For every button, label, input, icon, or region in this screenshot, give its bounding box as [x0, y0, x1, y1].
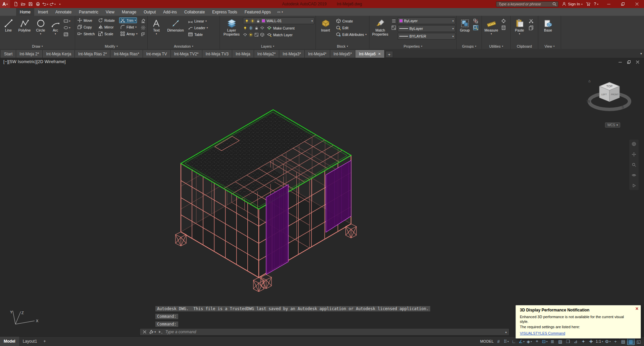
- dynamic-ucs-toggle[interactable]: ⊿: [572, 338, 579, 345]
- match-properties-button[interactable]: Match Properties: [370, 17, 390, 43]
- polar-tracking-toggle[interactable]: ∠▾: [518, 338, 525, 345]
- clean-screen-button[interactable]: ◱: [635, 338, 642, 345]
- file-tab-int-meja3-[interactable]: Int-Meja3*: [279, 50, 305, 58]
- linear-dimension-button[interactable]: Linear▾: [187, 18, 209, 24]
- ortho-mode-toggle[interactable]: ∟: [510, 338, 517, 345]
- expand-command-history-icon[interactable]: ▴: [505, 330, 507, 334]
- new-button[interactable]: [12, 1, 19, 7]
- edit-block-button[interactable]: Edit: [335, 25, 367, 31]
- compass-west-label[interactable]: W: [587, 99, 590, 103]
- ribbon-tab-annotate[interactable]: Annotate: [52, 8, 75, 16]
- properties-panel-title[interactable]: Properties▾: [369, 43, 456, 49]
- viewcube[interactable]: W S ⌂ TOP LEFT FRONT: [584, 72, 635, 112]
- command-line[interactable]: ▾ ▴: [140, 328, 509, 336]
- notification-close-icon[interactable]: ✕: [635, 306, 639, 311]
- door-panel[interactable]: [266, 185, 288, 275]
- id-point-button[interactable]: [501, 18, 506, 23]
- orbit-icon[interactable]: [632, 173, 636, 178]
- file-tab-int-meja-tv3[interactable]: Int-Meja TV3: [202, 50, 232, 58]
- app-store-icon[interactable]: [586, 2, 591, 6]
- cabinet-wireframe[interactable]: [176, 110, 356, 292]
- grid-display-toggle[interactable]: #: [495, 338, 502, 345]
- restore-drawing-icon[interactable]: [627, 60, 631, 64]
- viewcube-cube[interactable]: TOP LEFT FRONT: [599, 82, 620, 102]
- chevron-down-icon[interactable]: ▾: [452, 27, 454, 30]
- annotation-visibility-toggle[interactable]: ✦: [580, 338, 587, 345]
- make-current-button[interactable]: Make Current: [266, 25, 296, 31]
- groups-panel-title[interactable]: Groups▾: [457, 43, 482, 49]
- match-layer-button[interactable]: Match Layer: [266, 32, 294, 38]
- zoom-icon[interactable]: [632, 162, 636, 167]
- ribbon-tab-manage[interactable]: Manage: [118, 8, 140, 16]
- cabinet-leg[interactable]: [261, 275, 271, 289]
- workspace-switching-button[interactable]: ⚙▾: [604, 338, 611, 345]
- object-snap-toggle[interactable]: ⊡▾: [541, 338, 548, 345]
- minimize-drawing-icon[interactable]: [618, 60, 623, 64]
- copy-clip-button[interactable]: [529, 25, 534, 30]
- transparency-toggle[interactable]: ▨: [556, 338, 564, 345]
- quick-calculator-button[interactable]: [501, 25, 506, 30]
- file-tab-int-meja2-[interactable]: Int-Meja2*: [254, 50, 280, 58]
- layer-unlock-button[interactable]: [254, 33, 259, 37]
- close-drawing-icon[interactable]: [635, 60, 640, 64]
- navigation-wheel-icon[interactable]: [632, 142, 636, 146]
- file-tab-int-meja-2-[interactable]: Int-Meja 2*: [16, 50, 43, 58]
- erase-button[interactable]: [141, 18, 146, 23]
- layer-lock-icon[interactable]: [256, 19, 260, 23]
- visualstyles-command-link[interactable]: VISUALSTYLES Command: [520, 331, 565, 335]
- fillet-button[interactable]: Fillet▾: [119, 24, 138, 30]
- create-block-button[interactable]: Create: [335, 18, 367, 24]
- object-transparency-button[interactable]: [391, 25, 396, 30]
- layer-isolate-button[interactable]: [260, 26, 264, 30]
- search-box[interactable]: [496, 1, 558, 7]
- file-tab-int-meja6[interactable]: Int-Meja6✕: [355, 50, 384, 58]
- cut-button[interactable]: [529, 18, 534, 23]
- measure-button[interactable]: Measure▾: [483, 17, 500, 43]
- table-button[interactable]: Table: [187, 32, 209, 37]
- group-edit-button[interactable]: [473, 25, 478, 30]
- layout1-tab[interactable]: Layout1: [19, 337, 41, 346]
- ribbon-tab-add-ins[interactable]: Add-ins: [159, 8, 181, 16]
- base-view-button[interactable]: Base: [539, 17, 557, 43]
- file-tab-int-meja[interactable]: Int-Meja: [232, 50, 254, 58]
- layer-thaw-icon[interactable]: [250, 19, 255, 23]
- mirror-button[interactable]: Mirror: [97, 24, 119, 30]
- compass-south-label[interactable]: S: [622, 105, 624, 109]
- command-input[interactable]: [165, 329, 503, 335]
- cabinet-leg[interactable]: [176, 232, 186, 246]
- layer-off-button[interactable]: [243, 26, 247, 30]
- layer-walk-button[interactable]: [260, 33, 264, 37]
- close-command-icon[interactable]: [142, 330, 147, 334]
- ribbon-tab-featured-apps[interactable]: Featured Apps: [241, 8, 275, 16]
- close-tab-icon[interactable]: ✕: [378, 52, 381, 56]
- minimize-button[interactable]: [602, 0, 616, 8]
- block-panel-title[interactable]: Block▾: [316, 43, 369, 49]
- customize-command-button[interactable]: ▾: [149, 330, 156, 334]
- file-tab-int-meja-kerja[interactable]: Int-Meja Kerja: [43, 50, 75, 58]
- object-color-dropdown[interactable]: ByLayer ▾: [398, 17, 455, 24]
- layer-on-icon[interactable]: [245, 19, 249, 23]
- osnap-tracking-toggle[interactable]: ⌖: [533, 338, 541, 345]
- drawing-canvas[interactable]: [0, 58, 644, 336]
- help-menu[interactable]: ?▾: [594, 2, 598, 6]
- layers-panel-title[interactable]: Layers▾: [220, 43, 315, 49]
- circle-button[interactable]: Circle▾: [33, 17, 48, 43]
- layer-dropdown[interactable]: WALL-01 ▾: [243, 17, 314, 24]
- restore-button[interactable]: [616, 0, 630, 8]
- viewport[interactable]: [−][SW Isometric][2D Wireframe] W S ⌂ TO…: [0, 58, 644, 336]
- ungroup-button[interactable]: [473, 18, 478, 23]
- model-space-button[interactable]: MODEL: [480, 338, 495, 345]
- array-button[interactable]: Array▾: [119, 31, 139, 37]
- wcs-badge[interactable]: WCS ▾: [605, 122, 620, 128]
- polyline-button[interactable]: Polyline: [16, 17, 33, 43]
- linetype-dropdown[interactable]: BYLAYER ▾: [398, 33, 455, 40]
- file-tab-int-meja-tv[interactable]: Int-meja TV: [143, 50, 171, 58]
- ellipse-button[interactable]: ▾: [63, 25, 70, 30]
- draw-panel-title[interactable]: Draw▾: [0, 43, 75, 49]
- home-icon[interactable]: ⌂: [588, 79, 591, 83]
- new-drawing-tab-button[interactable]: +: [386, 51, 393, 58]
- layer-color-swatch[interactable]: [262, 19, 265, 22]
- explode-button[interactable]: [141, 25, 146, 30]
- sign-in-button[interactable]: Sign In ▾: [562, 2, 582, 6]
- lineweight-toggle[interactable]: ≣: [549, 338, 556, 345]
